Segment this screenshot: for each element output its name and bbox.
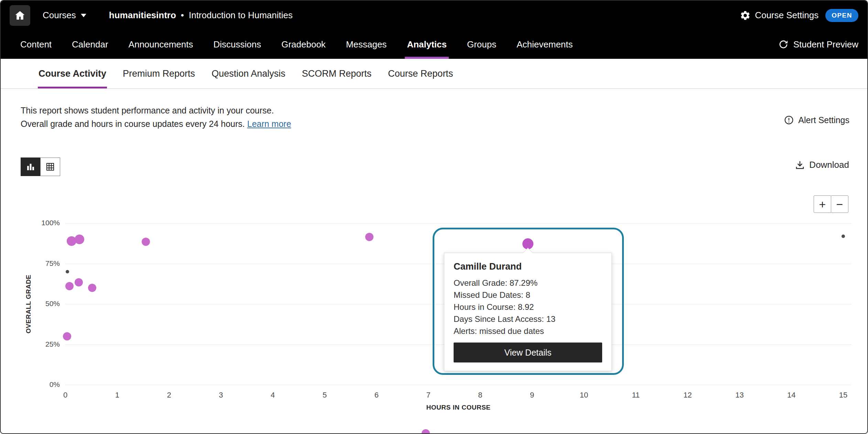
x-tick-label: 2 bbox=[159, 391, 180, 400]
report-header: This report shows student performance an… bbox=[1, 89, 867, 131]
data-point[interactable] bbox=[66, 270, 69, 273]
tab-label: Messages bbox=[346, 39, 387, 50]
download-button[interactable]: Download bbox=[795, 160, 849, 170]
subtab-label: Question Analysis bbox=[211, 68, 285, 79]
data-point[interactable] bbox=[75, 278, 83, 286]
app-window: Courses humanitiesintro • Introduction t… bbox=[0, 0, 868, 434]
tooltip-overall-grade: Overall Grade: 87.29% bbox=[454, 277, 602, 289]
course-nav: Content Calendar Announcements Discussio… bbox=[1, 30, 867, 59]
zoom-out-button[interactable]: − bbox=[831, 195, 848, 213]
x-tick-label: 14 bbox=[781, 391, 802, 400]
student-preview-button[interactable]: Student Preview bbox=[778, 30, 858, 59]
x-tick-label: 5 bbox=[314, 391, 335, 400]
tooltip-notch bbox=[522, 248, 533, 258]
report-description-line2: Overall grade and hours in course update… bbox=[21, 117, 291, 131]
tab-gradebook[interactable]: Gradebook bbox=[279, 30, 328, 59]
subtab-course-reports[interactable]: Course Reports bbox=[387, 59, 454, 88]
y-tick-label: 100% bbox=[21, 219, 60, 227]
course-nav-tabs: Content Calendar Announcements Discussio… bbox=[18, 30, 575, 59]
y-tick-label: 25% bbox=[21, 340, 60, 348]
tab-achievements[interactable]: Achievements bbox=[514, 30, 575, 59]
subtab-label: SCORM Reports bbox=[302, 68, 372, 79]
x-tick-label: 15 bbox=[833, 391, 854, 400]
x-tick-label: 0 bbox=[55, 391, 76, 400]
tab-label: Groups bbox=[467, 39, 496, 50]
zoom-controls: + − bbox=[814, 195, 848, 213]
chart-view-button[interactable] bbox=[21, 158, 41, 176]
zoom-in-button[interactable]: + bbox=[814, 195, 831, 213]
tab-label: Analytics bbox=[407, 39, 447, 50]
subtab-premium-reports[interactable]: Premium Reports bbox=[122, 59, 196, 88]
home-icon bbox=[14, 10, 26, 21]
x-tick-label: 6 bbox=[366, 391, 387, 400]
chart-view-toggle-group bbox=[21, 158, 60, 176]
learn-more-link[interactable]: Learn more bbox=[247, 119, 291, 129]
subtab-label: Premium Reports bbox=[123, 68, 195, 79]
data-point[interactable] bbox=[88, 284, 96, 292]
subtab-label: Course Reports bbox=[388, 68, 453, 79]
data-point[interactable] bbox=[842, 235, 845, 238]
tab-announcements[interactable]: Announcements bbox=[127, 30, 195, 59]
data-point[interactable] bbox=[63, 332, 71, 340]
y-tick-label: 0% bbox=[21, 380, 60, 389]
course-id: humanitiesintro bbox=[109, 10, 176, 21]
report-description-line1: This report shows student performance an… bbox=[21, 104, 291, 117]
courses-dropdown[interactable]: Courses bbox=[43, 10, 86, 21]
topbar: Courses humanitiesintro • Introduction t… bbox=[1, 1, 867, 30]
x-tick-label: 4 bbox=[262, 391, 283, 400]
tab-label: Gradebook bbox=[281, 39, 326, 50]
tooltip-days-since-access: Days Since Last Access: 13 bbox=[454, 313, 602, 325]
subtab-course-activity[interactable]: Course Activity bbox=[38, 59, 107, 88]
tab-label: Announcements bbox=[129, 39, 193, 50]
report-description-text: Overall grade and hours in course update… bbox=[21, 119, 245, 129]
tab-calendar[interactable]: Calendar bbox=[70, 30, 110, 59]
student-preview-label: Student Preview bbox=[793, 39, 858, 50]
tab-label: Calendar bbox=[72, 39, 108, 50]
x-axis-label: HOURS IN COURSE bbox=[426, 404, 491, 411]
alert-settings-button[interactable]: Alert Settings bbox=[784, 109, 849, 131]
tab-discussions[interactable]: Discussions bbox=[211, 30, 263, 59]
x-tick-label: 11 bbox=[626, 391, 646, 400]
courses-dropdown-label: Courses bbox=[43, 10, 76, 21]
data-point[interactable] bbox=[422, 429, 430, 434]
data-point[interactable] bbox=[142, 238, 150, 246]
alert-icon bbox=[784, 115, 794, 125]
open-status-badge[interactable]: OPEN bbox=[825, 9, 858, 22]
y-tick-label: 75% bbox=[21, 259, 60, 268]
x-tick-label: 9 bbox=[522, 391, 542, 400]
y-axis-label: OVERALL GRADE bbox=[25, 275, 32, 334]
course-settings-label: Course Settings bbox=[755, 10, 818, 21]
subtab-question-analysis[interactable]: Question Analysis bbox=[211, 59, 286, 88]
course-settings-button[interactable]: Course Settings bbox=[740, 10, 818, 21]
bar-chart-icon bbox=[25, 162, 36, 172]
chevron-down-icon bbox=[81, 14, 86, 17]
tooltip-missed-due-dates: Missed Due Dates: 8 bbox=[454, 289, 602, 301]
data-point[interactable] bbox=[65, 282, 74, 290]
tooltip-hours-in-course: Hours in Course: 8.92 bbox=[454, 301, 602, 313]
view-details-button[interactable]: View Details bbox=[454, 343, 602, 362]
tab-content[interactable]: Content bbox=[18, 30, 54, 59]
gear-icon bbox=[740, 10, 751, 21]
table-view-button[interactable] bbox=[40, 158, 60, 176]
refresh-icon bbox=[778, 39, 789, 50]
course-title: Introduction to Humanities bbox=[189, 10, 293, 21]
tab-analytics[interactable]: Analytics bbox=[405, 30, 449, 59]
tab-groups[interactable]: Groups bbox=[465, 30, 498, 59]
tab-label: Discussions bbox=[214, 39, 261, 50]
data-point[interactable] bbox=[365, 233, 373, 241]
home-button[interactable] bbox=[10, 5, 30, 26]
subtab-scorm-reports[interactable]: SCORM Reports bbox=[301, 59, 372, 88]
x-tick-label: 8 bbox=[470, 391, 490, 400]
student-tooltip: Camille Durand Overall Grade: 87.29% Mis… bbox=[444, 253, 612, 371]
gridline bbox=[65, 223, 851, 224]
tab-label: Content bbox=[20, 39, 52, 50]
download-icon bbox=[795, 160, 805, 170]
breadcrumb-separator: • bbox=[181, 10, 184, 21]
analytics-subnav: Course Activity Premium Reports Question… bbox=[1, 59, 867, 89]
tab-messages[interactable]: Messages bbox=[344, 30, 389, 59]
x-tick-label: 1 bbox=[107, 391, 128, 400]
selected-point-highlight: Camille Durand Overall Grade: 87.29% Mis… bbox=[433, 228, 624, 375]
gridline bbox=[65, 385, 851, 385]
data-point[interactable] bbox=[75, 235, 84, 244]
x-tick-label: 12 bbox=[677, 391, 698, 400]
